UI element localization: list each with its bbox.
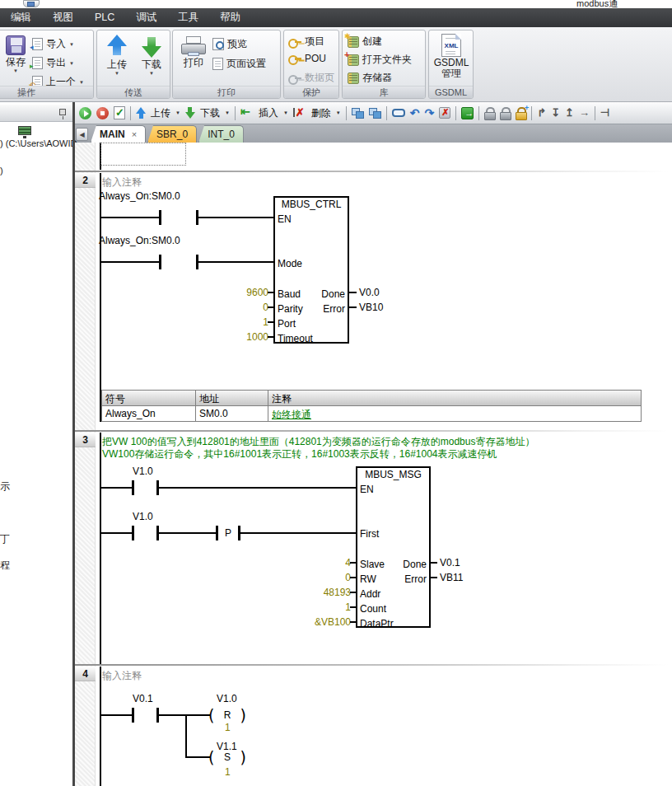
coil-operand[interactable]: 1 [225, 766, 231, 778]
menu-tools[interactable]: 工具 [167, 8, 209, 27]
contact-always-on-1[interactable] [159, 210, 198, 225]
communications-icon[interactable] [18, 126, 31, 135]
network-number[interactable]: 4 [75, 667, 96, 681]
unlock-icon[interactable] [500, 107, 511, 119]
param-value[interactable]: 1 [206, 316, 268, 328]
contact-always-on-2[interactable] [159, 255, 198, 269]
wire [185, 756, 210, 758]
contact-v01[interactable] [132, 708, 159, 723]
tree-item-fragment[interactable]: 程 [0, 559, 10, 573]
mbus-ctrl-block[interactable]: MBUS_CTRL EN Mode Baud Parity Port Timeo… [273, 196, 349, 344]
col-comment[interactable]: 注释 [268, 391, 641, 406]
redo-icon[interactable]: ↷ [425, 107, 435, 119]
lib-memory-button[interactable]: 存储器 [348, 71, 392, 85]
stop-button[interactable] [96, 107, 109, 119]
line-down-tool-icon[interactable]: ↧ [551, 107, 560, 119]
tree-item-fragment[interactable]: 示 [0, 480, 10, 494]
param-value[interactable]: 9600 [206, 287, 268, 298]
box-tool-icon[interactable] [392, 109, 405, 117]
pin-icon[interactable] [59, 109, 66, 115]
tab-main[interactable]: MAIN × [91, 125, 146, 143]
param-value[interactable]: 1 [280, 601, 351, 613]
param-value[interactable]: 1000 [206, 331, 268, 343]
pou-view-icon[interactable] [352, 108, 364, 119]
lib-open-folder-button[interactable]: 打开文件夹 [348, 53, 412, 67]
print-button[interactable]: 打印 [178, 36, 209, 70]
line-up-tool-icon[interactable]: ↱ [537, 107, 546, 119]
param-value[interactable]: &VB100 [280, 616, 351, 628]
delete-button[interactable]: 删除 [311, 106, 331, 120]
upload-button[interactable]: 上传 ▼ [100, 35, 133, 76]
page-setup-button[interactable]: 页面设置 [212, 57, 266, 71]
insert-icon[interactable] [240, 107, 254, 119]
menu-help[interactable]: 帮助 [209, 8, 251, 27]
col-address[interactable]: 地址 [196, 391, 268, 406]
goto-icon[interactable] [461, 107, 474, 119]
lock-icon[interactable] [484, 107, 495, 119]
menu-plc[interactable]: PLC [84, 8, 125, 27]
delete-dropdown[interactable]: ▼ [336, 110, 341, 115]
upload-toolbar-button[interactable]: 上传 [151, 106, 170, 120]
output-address[interactable]: VB11 [440, 572, 463, 583]
project-root-item[interactable]: ) (C:\Users\AOWID [0, 138, 77, 148]
contact-tool-icon[interactable]: ⊣ [600, 107, 609, 119]
quick-access-icon[interactable] [23, 0, 40, 7]
col-symbol[interactable]: 符号 [102, 391, 196, 406]
network-number[interactable]: 2 [75, 173, 96, 188]
download-toolbar-button[interactable]: 下载 [200, 106, 220, 120]
tree-item-fragment[interactable]: 丁 [0, 532, 10, 546]
upload-dropdown[interactable]: ▼ [175, 110, 180, 115]
tab-int0[interactable]: INT_0 [198, 125, 244, 143]
download-button[interactable]: 下载 ▼ [135, 35, 168, 76]
undo-icon[interactable]: ↶ [410, 107, 420, 119]
mbus-msg-block[interactable]: MBUS_MSG EN First Slave RW Addr Count Da… [356, 466, 431, 628]
network-comment-line2[interactable]: VW100存储运行命令，其中16#1001表示正转，16#1003表示反转，16… [102, 447, 497, 461]
coil-operand[interactable]: 1 [225, 722, 231, 733]
tab-close-icon[interactable]: × [132, 129, 137, 139]
menu-debug[interactable]: 调试 [125, 8, 167, 27]
network-number[interactable]: 3 [75, 433, 96, 447]
output-address[interactable]: V0.0 [359, 287, 380, 298]
param-value[interactable]: 0 [280, 572, 351, 583]
address-stamp-icon[interactable] [439, 107, 450, 119]
compile-button[interactable] [114, 106, 125, 119]
save-button[interactable]: 保存 ▼ [1, 35, 30, 73]
export-button[interactable]: 导出▼ [32, 56, 74, 70]
tab-scroll-left-button[interactable]: ◀ [76, 128, 88, 141]
run-button[interactable] [79, 107, 91, 119]
download-small-icon[interactable] [185, 107, 195, 119]
insert-dropdown[interactable]: ▼ [283, 110, 288, 115]
lock-add-icon[interactable]: + [516, 107, 526, 119]
protect-pou-button[interactable]: POU [288, 53, 326, 64]
param-value[interactable]: 48193 [280, 587, 351, 598]
tab-sbr0[interactable]: SBR_0 [147, 125, 197, 143]
contact-v10-2[interactable] [132, 526, 159, 540]
delete-icon[interactable] [293, 107, 306, 119]
edge-contact-p[interactable]: P [216, 526, 240, 540]
param-value[interactable]: 0 [206, 302, 268, 313]
set-coil[interactable]: ( S ) [208, 748, 246, 766]
lib-create-button[interactable]: 创建 [348, 35, 382, 49]
tree-item-fragment[interactable]: ) [0, 166, 3, 175]
protect-project-button[interactable]: 项目 [288, 35, 324, 49]
symbol-table-row[interactable]: Always_On SM0.0 始终接通 [102, 406, 641, 422]
line-right-tool-icon[interactable]: → [579, 107, 590, 119]
menu-edit[interactable]: 编辑 [0, 8, 42, 27]
param-value[interactable]: 4 [280, 557, 351, 568]
upload-small-icon[interactable] [136, 107, 146, 119]
download-dropdown[interactable]: ▼ [225, 110, 230, 115]
group-label-library: 库 [343, 86, 425, 98]
gsdml-manage-button[interactable]: GSDML 管理 [435, 34, 468, 81]
network-comment[interactable]: 输入注释 [102, 669, 142, 683]
preview-button[interactable]: 预览 [212, 37, 247, 51]
contact-v10-1[interactable] [132, 480, 159, 495]
menu-view[interactable]: 视图 [42, 8, 84, 27]
network-comment[interactable]: 输入注释 [102, 175, 142, 189]
output-address[interactable]: VB10 [359, 302, 383, 313]
network-separator [75, 171, 668, 172]
import-button[interactable]: 导入▼ [32, 37, 74, 51]
network-view-icon[interactable] [369, 108, 381, 119]
output-address[interactable]: V0.1 [440, 557, 460, 568]
insert-button[interactable]: 插入 [259, 106, 278, 120]
line-left-tool-icon[interactable]: ↥ [565, 107, 574, 119]
